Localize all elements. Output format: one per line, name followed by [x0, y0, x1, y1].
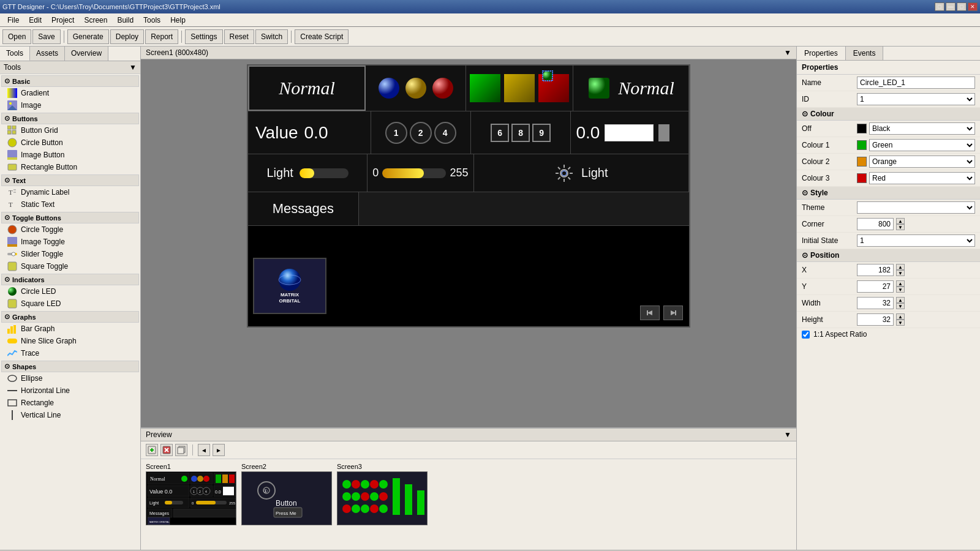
- settings-button[interactable]: Settings: [185, 29, 222, 44]
- tool-button-grid[interactable]: Button Grid: [4, 124, 139, 137]
- preview-btn-delete[interactable]: [160, 444, 173, 456]
- preview-btn-prev[interactable]: ◄: [198, 444, 210, 456]
- switch-button[interactable]: Switch: [255, 29, 288, 44]
- tab-events[interactable]: Events: [846, 47, 884, 60]
- category-graphs-header[interactable]: ⊙ Graphs: [1, 311, 139, 323]
- x-up[interactable]: ▲: [896, 264, 905, 270]
- tool-circle-button[interactable]: Circle Button: [4, 137, 139, 149]
- right-panel: Properties Events Properties Name ID 1 ⊙…: [796, 47, 980, 550]
- width-down[interactable]: ▼: [896, 303, 905, 309]
- prop-theme-select[interactable]: [857, 201, 975, 214]
- svg-rect-90: [165, 501, 172, 504]
- preview-collapse-icon[interactable]: ▼: [784, 430, 791, 439]
- nav-right-btn[interactable]: [663, 305, 683, 320]
- width-up[interactable]: ▲: [896, 297, 905, 303]
- screen-canvas[interactable]: Normal: [247, 64, 690, 328]
- prop-width-input[interactable]: [857, 297, 894, 309]
- prop-off-select[interactable]: Black: [869, 122, 975, 135]
- prop-id-select[interactable]: 1: [857, 93, 975, 105]
- aspect-ratio-checkbox[interactable]: [802, 331, 810, 339]
- tool-circle-toggle[interactable]: Circle Toggle: [4, 223, 139, 236]
- prop-colour1-select[interactable]: Green: [869, 139, 975, 151]
- tool-gradient[interactable]: Gradient: [4, 87, 139, 99]
- save-button[interactable]: Save: [32, 29, 60, 44]
- corner-up[interactable]: ▲: [896, 218, 905, 224]
- tool-vertical-line[interactable]: Vertical Line: [4, 409, 139, 421]
- tool-circle-led[interactable]: Circle LED: [4, 285, 139, 298]
- preview-btn-next[interactable]: ►: [213, 444, 225, 456]
- preview-btn-add[interactable]: [146, 444, 158, 456]
- x-down[interactable]: ▼: [896, 270, 905, 276]
- tool-bar-graph[interactable]: Bar Graph: [4, 323, 139, 335]
- category-basic-header[interactable]: ⊙ Basic: [1, 75, 139, 87]
- tool-square-led[interactable]: Square LED: [4, 298, 139, 310]
- colour-section-header[interactable]: ⊙ Colour: [797, 108, 980, 121]
- menu-screen[interactable]: Screen: [79, 15, 112, 26]
- restore-btn[interactable]: □: [935, 2, 944, 11]
- menu-tools[interactable]: Tools: [138, 15, 165, 26]
- category-buttons-header[interactable]: ⊙ Buttons: [1, 113, 139, 124]
- tab-properties[interactable]: Properties: [797, 47, 846, 60]
- tool-ellipse[interactable]: Ellipse: [4, 372, 139, 384]
- tool-nine-slice[interactable]: Nine Slice Graph: [4, 335, 139, 347]
- prop-y-input[interactable]: [857, 280, 894, 293]
- tool-rectangle[interactable]: Rectangle: [4, 397, 139, 409]
- menu-file[interactable]: File: [2, 15, 24, 26]
- nav-left-btn[interactable]: [640, 305, 660, 320]
- svg-text:0.0: 0.0: [215, 490, 221, 494]
- tool-image[interactable]: Image: [4, 99, 139, 111]
- open-button[interactable]: Open: [2, 29, 31, 44]
- y-up[interactable]: ▲: [896, 280, 905, 287]
- screen-thumb-2[interactable]: Screen2 ① Button Press Me: [241, 463, 332, 525]
- tab-overview[interactable]: Overview: [65, 47, 108, 61]
- prop-colour3-select[interactable]: Red: [869, 172, 975, 184]
- preview-btn-copy[interactable]: [175, 444, 187, 456]
- svg-point-49: [279, 269, 301, 291]
- tab-assets[interactable]: Assets: [30, 47, 65, 61]
- canvas-collapse-icon[interactable]: ▼: [784, 48, 791, 57]
- category-shapes-header[interactable]: ⊙ Shapes: [1, 361, 139, 372]
- svg-text:Press Me: Press Me: [276, 511, 296, 516]
- prop-name-input[interactable]: [857, 77, 975, 89]
- category-indicators-header[interactable]: ⊙ Indicators: [1, 274, 139, 285]
- tab-tools[interactable]: Tools: [0, 47, 30, 61]
- corner-down[interactable]: ▼: [896, 224, 905, 230]
- style-section-header[interactable]: ⊙ Style: [797, 187, 980, 200]
- minimize-btn[interactable]: ―: [946, 2, 956, 11]
- menu-project[interactable]: Project: [47, 15, 79, 26]
- tool-image-toggle[interactable]: Image Toggle: [4, 236, 139, 248]
- screen-thumb-1[interactable]: Screen1 Normal: [146, 463, 236, 525]
- tools-dropdown-icon[interactable]: ▼: [129, 63, 137, 72]
- tool-horizontal-line[interactable]: Horizontal Line: [4, 384, 139, 397]
- prop-height-input[interactable]: [857, 313, 894, 326]
- position-section-header[interactable]: ⊙ Position: [797, 249, 980, 262]
- screen-thumb-3[interactable]: Screen3: [337, 463, 428, 525]
- prop-corner-input[interactable]: [857, 218, 894, 230]
- prop-initial-state-select[interactable]: 1: [857, 234, 975, 247]
- tool-trace[interactable]: Trace: [4, 347, 139, 359]
- create-script-button[interactable]: Create Script: [295, 29, 349, 44]
- height-down[interactable]: ▼: [896, 320, 905, 326]
- tool-dynamic-label[interactable]: T Dynamic Label: [4, 186, 139, 198]
- maximize-btn[interactable]: □: [957, 2, 967, 11]
- tool-rect-button[interactable]: Rectangle Button: [4, 161, 139, 173]
- deploy-button[interactable]: Deploy: [110, 29, 144, 44]
- close-btn[interactable]: ✕: [968, 2, 978, 11]
- tool-square-toggle[interactable]: Square Toggle: [4, 260, 139, 272]
- report-button[interactable]: Report: [145, 29, 178, 44]
- prop-colour2-select[interactable]: Orange: [869, 156, 975, 168]
- tool-image-button[interactable]: Image Button: [4, 149, 139, 161]
- menu-help[interactable]: Help: [165, 15, 190, 26]
- generate-button[interactable]: Generate: [67, 29, 109, 44]
- y-down[interactable]: ▼: [896, 287, 905, 293]
- normal-text-2: Normal: [618, 78, 674, 99]
- menu-build[interactable]: Build: [112, 15, 138, 26]
- menu-edit[interactable]: Edit: [24, 15, 47, 26]
- tool-slider-toggle[interactable]: Slider Toggle: [4, 248, 139, 260]
- reset-button[interactable]: Reset: [224, 29, 254, 44]
- category-toggle-header[interactable]: ⊙ Toggle Buttons: [1, 212, 139, 223]
- height-up[interactable]: ▲: [896, 313, 905, 320]
- tool-static-text[interactable]: T Static Text: [4, 198, 139, 211]
- prop-x-input[interactable]: [857, 264, 894, 276]
- category-text-header[interactable]: ⊙ Text: [1, 174, 139, 186]
